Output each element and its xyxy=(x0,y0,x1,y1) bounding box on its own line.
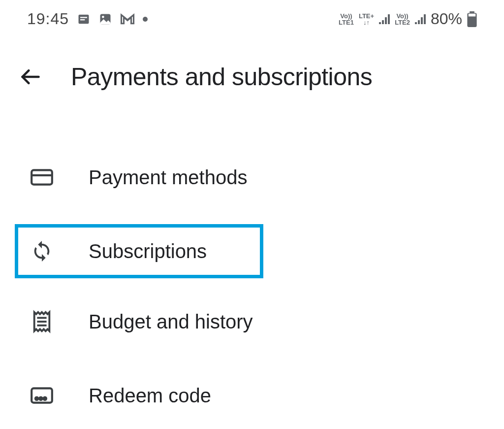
lte-plus-indicator: LTE+ ↓↑ xyxy=(359,13,374,26)
status-time: 19:45 xyxy=(27,10,69,28)
svg-point-15 xyxy=(35,397,38,400)
menu-item-redeem-code[interactable]: Redeem code xyxy=(15,368,489,423)
card-icon xyxy=(30,165,54,190)
menu-label: Subscriptions xyxy=(89,240,207,263)
message-icon xyxy=(77,12,91,26)
receipt-icon xyxy=(30,309,54,334)
page-title: Payments and subscriptions xyxy=(71,63,372,91)
image-icon xyxy=(98,12,112,26)
lte2-indicator: Vo)) LTE2 xyxy=(395,13,410,26)
battery-icon xyxy=(467,11,477,27)
svg-rect-7 xyxy=(469,13,475,16)
status-right: Vo)) LTE1 LTE+ ↓↑ Vo)) LTE2 80% xyxy=(339,10,477,28)
svg-point-16 xyxy=(39,397,42,400)
svg-rect-5 xyxy=(470,11,474,13)
signal-bars-1 xyxy=(379,14,390,24)
back-button[interactable] xyxy=(20,66,41,88)
header: Payments and subscriptions xyxy=(0,33,504,106)
menu-label: Budget and history xyxy=(89,311,253,333)
refresh-icon xyxy=(30,239,54,264)
menu-label: Redeem code xyxy=(89,385,211,407)
svg-rect-1 xyxy=(80,17,87,18)
menu-item-budget-history[interactable]: Budget and history xyxy=(15,295,489,349)
menu-item-payment-methods[interactable]: Payment methods xyxy=(15,150,489,204)
arrow-left-icon xyxy=(20,66,41,88)
status-left: 19:45 xyxy=(27,10,148,28)
svg-rect-9 xyxy=(32,170,52,184)
status-bar: 19:45 Vo)) LTE1 LTE+ ↓↑ Vo)) LTE2 xyxy=(0,0,504,33)
svg-point-4 xyxy=(102,16,104,18)
menu-item-subscriptions[interactable]: Subscriptions xyxy=(15,224,263,278)
svg-point-17 xyxy=(44,397,46,400)
code-icon xyxy=(30,383,54,408)
lte1-indicator: Vo)) LTE1 xyxy=(339,13,354,26)
signal-bars-2 xyxy=(415,14,426,24)
svg-rect-2 xyxy=(80,19,85,20)
dot-icon xyxy=(143,17,148,22)
menu-label: Payment methods xyxy=(89,166,247,189)
gmail-icon xyxy=(120,13,135,25)
menu-list: Payment methods Subscriptions Budget and… xyxy=(0,106,504,423)
battery-percentage: 80% xyxy=(431,10,462,28)
